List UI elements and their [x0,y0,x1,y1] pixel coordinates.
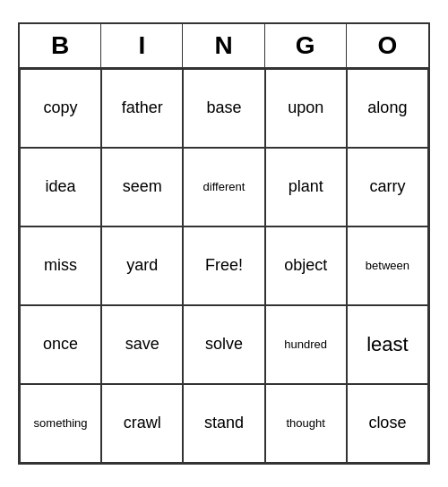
bingo-cell-r4-c4: close [347,384,428,463]
bingo-cell-text: something [34,416,88,431]
bingo-header-letter: B [20,24,101,67]
bingo-header-letter: N [183,24,264,67]
bingo-cell-text: plant [289,177,323,197]
bingo-cell-text: object [284,256,327,276]
bingo-card: BINGO copyfatherbaseuponalongideaseemdif… [18,22,430,465]
bingo-header-letter: G [265,24,347,67]
bingo-cell-r4-c0: something [20,384,101,463]
bingo-cell-r0-c0: copy [20,69,101,148]
bingo-cell-text: save [125,335,159,355]
bingo-cell-r4-c2: stand [183,384,264,463]
bingo-cell-r3-c2: solve [183,305,264,384]
bingo-cell-text: base [206,98,241,118]
bingo-cell-text: crawl [124,414,161,433]
bingo-cell-r2-c0: miss [20,226,101,305]
bingo-cell-r3-c1: save [101,305,183,384]
bingo-cell-r4-c3: thought [265,384,347,463]
bingo-cell-r0-c2: base [183,69,264,148]
bingo-header: BINGO [20,24,428,69]
bingo-cell-text: idea [46,177,76,197]
bingo-cell-r0-c4: along [347,69,428,148]
bingo-cell-text: once [43,335,78,355]
bingo-cell-text: carry [369,177,405,197]
bingo-cell-text: yard [126,256,158,276]
bingo-cell-r3-c4: least [347,305,428,384]
bingo-cell-text: miss [44,256,77,276]
bingo-cell-r2-c2: Free! [183,226,264,305]
bingo-cell-text: hundred [284,337,327,352]
bingo-header-letter: I [101,24,183,67]
bingo-cell-text: least [366,333,408,356]
bingo-cell-text: close [368,414,406,433]
bingo-cell-text: father [122,98,163,118]
bingo-cell-r4-c1: crawl [101,384,183,463]
bingo-cell-text: solve [205,335,243,355]
bingo-cell-r3-c3: hundred [265,305,347,384]
bingo-cell-text: stand [204,414,244,433]
bingo-cell-text: upon [288,98,323,118]
bingo-cell-text: Free! [205,256,243,276]
bingo-grid: copyfatherbaseuponalongideaseemdifferent… [20,69,428,463]
bingo-cell-r0-c3: upon [265,69,347,148]
bingo-cell-text: seem [123,177,162,197]
bingo-cell-r0-c1: father [101,69,183,148]
bingo-cell-text: different [203,180,246,194]
bingo-cell-r3-c0: once [20,305,101,384]
bingo-cell-r1-c0: idea [20,148,101,226]
bingo-cell-r1-c2: different [183,148,264,226]
bingo-cell-r2-c1: yard [101,226,183,305]
bingo-cell-r2-c3: object [265,226,347,305]
bingo-cell-text: between [366,259,409,273]
bingo-cell-r1-c4: carry [347,148,428,226]
bingo-cell-text: thought [287,416,325,431]
bingo-header-letter: O [347,24,428,67]
bingo-cell-r1-c3: plant [265,148,347,226]
bingo-cell-text: copy [44,98,78,118]
bingo-cell-r2-c4: between [347,226,428,305]
bingo-cell-r1-c1: seem [101,148,183,226]
bingo-cell-text: along [367,98,407,118]
